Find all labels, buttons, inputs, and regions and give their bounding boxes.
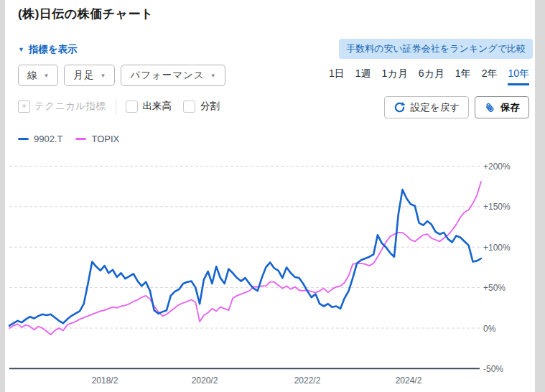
- timeframe-dropdown[interactable]: 月足 ▼: [64, 65, 115, 86]
- legend-label: 9902.T: [34, 134, 62, 144]
- plus-icon: +: [18, 101, 30, 113]
- range-1y[interactable]: 1年: [455, 67, 471, 85]
- checkbox-icon: [183, 101, 195, 113]
- indicator-controls: + テクニカル指標 出来高 分割: [18, 98, 231, 115]
- legend-swatch: [75, 138, 86, 140]
- technical-indicator-button[interactable]: テクニカル指標: [34, 100, 106, 113]
- chart-legend: 9902.T TOPIX: [18, 134, 119, 144]
- action-buttons: 設定を戻す 保存: [384, 96, 529, 118]
- volume-checkbox[interactable]: 出来高: [126, 100, 172, 113]
- split-checkbox[interactable]: 分割: [183, 100, 220, 113]
- display-mode-value: パフォーマンス: [130, 69, 204, 82]
- range-6m[interactable]: 6カ月: [419, 67, 444, 85]
- triangle-down-icon: ▼: [18, 47, 24, 53]
- chart-type-value: 線: [27, 69, 38, 82]
- chart-type-dropdown[interactable]: 線 ▼: [18, 65, 58, 86]
- legend-label: TOPIX: [91, 134, 119, 144]
- indicators-toggle-label: 指標を表示: [29, 43, 78, 56]
- timeframe-value: 月足: [73, 69, 94, 82]
- range-1m[interactable]: 1カ月: [382, 67, 408, 85]
- indicators-toggle[interactable]: ▼ 指標を表示: [18, 43, 78, 56]
- vertical-divider: [116, 98, 116, 115]
- page: { "page": {"background": "#d9d9d9", "car…: [0, 0, 545, 392]
- checkbox-icon: [126, 101, 138, 113]
- range-10y[interactable]: 10年: [508, 67, 529, 85]
- promo-badge[interactable]: 手数料の安い証券会社をランキングで比較: [339, 39, 533, 59]
- range-1d[interactable]: 1日: [329, 67, 345, 85]
- legend-item-TOPIX: TOPIX: [75, 134, 119, 144]
- chevron-down-icon: ▼: [210, 73, 216, 79]
- range-selector: 1日 1週 1カ月 6カ月 1年 2年 10年: [329, 67, 529, 85]
- display-mode-dropdown[interactable]: パフォーマンス ▼: [121, 65, 225, 86]
- range-2y[interactable]: 2年: [482, 67, 498, 85]
- legend-swatch: [18, 138, 29, 140]
- volume-checkbox-label: 出来高: [143, 100, 172, 113]
- split-checkbox-label: 分割: [200, 100, 220, 113]
- reset-settings-label: 設定を戻す: [411, 101, 460, 114]
- chevron-down-icon: ▼: [44, 73, 50, 79]
- save-label: 保存: [500, 101, 520, 114]
- chart-style-controls: 線 ▼ 月足 ▼ パフォーマンス ▼: [18, 65, 225, 86]
- save-button[interactable]: 保存: [475, 96, 529, 118]
- page-title: (株)日伝の株価チャート: [18, 6, 154, 22]
- paperclip-icon: [484, 102, 495, 113]
- reset-settings-button[interactable]: 設定を戻す: [384, 96, 469, 118]
- refresh-icon: [393, 101, 406, 113]
- range-1w[interactable]: 1週: [355, 67, 371, 85]
- legend-item-9902T: 9902.T: [18, 134, 62, 144]
- chevron-down-icon: ▼: [100, 73, 106, 79]
